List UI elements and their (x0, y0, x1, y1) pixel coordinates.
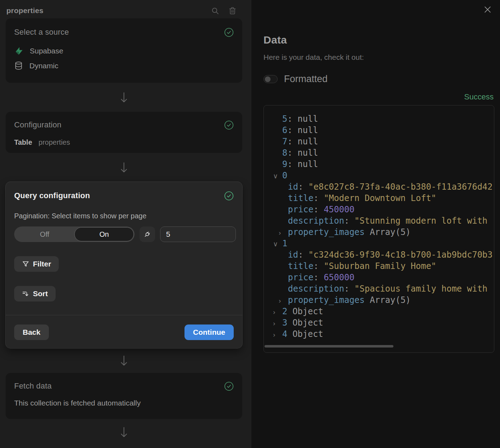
code-line: ›property_images Array(5) (264, 294, 494, 306)
chevron-right-icon[interactable]: › (273, 329, 282, 340)
step-title: Configuration (14, 120, 61, 130)
trash-icon (228, 7, 237, 15)
status-badge: Success (464, 92, 494, 101)
fetch-description: This collection is fetched automatically (14, 399, 234, 407)
step-complete-check-icon (224, 28, 234, 37)
code-line: 5: null (264, 113, 494, 125)
search-icon (211, 7, 219, 15)
pagination-off-option[interactable]: Off (15, 227, 74, 241)
table-field-value: properties (39, 138, 70, 147)
database-icon (14, 61, 23, 70)
code-line: ∨1 (264, 238, 494, 249)
flow-arrow (6, 419, 242, 433)
items-per-page-input[interactable] (160, 226, 236, 242)
chevron-down-icon[interactable]: ∨ (273, 171, 282, 182)
delete-button[interactable] (228, 7, 237, 15)
flow-arrow (6, 83, 242, 112)
step-title: Query configuration (14, 191, 90, 200)
flow-arrow (6, 153, 242, 182)
step-title: Select a source (14, 28, 69, 37)
plugin-window: properties (0, 0, 500, 448)
plug-icon (143, 230, 151, 238)
code-line: title: "Modern Downtown Loft" (264, 193, 494, 204)
close-button[interactable] (483, 5, 492, 14)
code-line: ›2 Object (264, 306, 494, 317)
code-line: 9: null (264, 159, 494, 170)
sort-button[interactable]: Sort (14, 286, 56, 301)
step-card-query-configuration: Query configuration Pagination: Select i… (6, 182, 242, 348)
code-line: id: "c324dc36-9f30-4c18-b700-1ab9bdc70b3 (264, 249, 494, 260)
source-option-label: Supabase (30, 47, 63, 55)
sort-button-label: Sort (33, 289, 48, 298)
code-lines: 5: null6: null7: null8: null9: null∨0id:… (264, 113, 494, 340)
collection-title: properties (6, 6, 44, 15)
data-panel-subtitle: Here is your data, check it out: (263, 53, 494, 62)
filter-funnel-icon (22, 260, 29, 268)
filter-button[interactable]: Filter (14, 256, 59, 272)
code-line: ›property_images Array(5) (264, 226, 494, 238)
code-line: 8: null (264, 147, 494, 159)
pagination-on-option[interactable]: On (74, 227, 134, 241)
left-panel-header: properties (0, 0, 251, 18)
code-line: ›4 Object (264, 328, 494, 340)
code-line: title: "Suburban Family Home" (264, 260, 494, 272)
formatted-toggle-label: Formatted (284, 74, 328, 85)
step-complete-check-icon (224, 120, 234, 130)
source-option-supabase[interactable]: Supabase (14, 46, 234, 56)
toggle-knob (265, 76, 271, 82)
source-option-dynamic[interactable]: Dynamic (14, 61, 234, 70)
chevron-down-icon[interactable]: ∨ (273, 239, 282, 250)
step-card-configuration: Configuration Table properties (6, 112, 242, 153)
chevron-right-icon[interactable]: › (279, 295, 288, 306)
search-button[interactable] (211, 7, 219, 15)
query-card-footer: Back Continue (6, 315, 242, 349)
chevron-right-icon[interactable]: › (273, 318, 282, 329)
code-line: id: "e8c027c8-73fa-40ac-b380-f11a3676d42 (264, 181, 494, 193)
step-complete-check-icon (224, 381, 234, 391)
source-option-label: Dynamic (29, 62, 58, 70)
pagination-label: Pagination: Select items to show per pag… (14, 212, 234, 220)
step-card-fetch-data: Fetch data This collection is fetched au… (6, 373, 242, 419)
step-complete-check-icon (224, 191, 234, 201)
code-line: description: "Spacious family home with (264, 283, 494, 294)
code-line: price: 450000 (264, 204, 494, 215)
code-line: description: "Stunning modern loft with (264, 215, 494, 226)
code-line: 6: null (264, 125, 494, 136)
chevron-right-icon[interactable]: › (273, 306, 282, 318)
connect-variable-button[interactable] (140, 226, 155, 242)
pagination-toggle-group: Off On (14, 226, 135, 242)
close-icon (483, 5, 492, 14)
collection-setup-panel: properties (0, 0, 251, 448)
chevron-right-icon[interactable]: › (279, 227, 288, 239)
flow-arrow (6, 348, 242, 373)
data-panel-title: Data (263, 34, 494, 46)
back-button[interactable]: Back (14, 324, 49, 340)
horizontal-scrollbar-thumb[interactable] (265, 345, 393, 348)
code-line: ›3 Object (264, 317, 494, 328)
code-line: ∨0 (264, 170, 494, 181)
step-card-select-source: Select a source (6, 18, 242, 83)
data-preview-panel: Data Here is your data, check it out: Fo… (251, 0, 500, 448)
step-title: Fetch data (14, 381, 52, 391)
json-data-viewer: 5: null6: null7: null8: null9: null∨0id:… (263, 105, 494, 353)
continue-button[interactable]: Continue (184, 324, 234, 340)
table-field-label: Table (14, 138, 32, 147)
filter-button-label: Filter (33, 260, 51, 268)
formatted-toggle[interactable] (263, 75, 278, 83)
code-line: 7: null (264, 136, 494, 147)
code-line: price: 650000 (264, 272, 494, 283)
supabase-bolt-icon (14, 46, 23, 56)
sort-icon (22, 290, 29, 298)
